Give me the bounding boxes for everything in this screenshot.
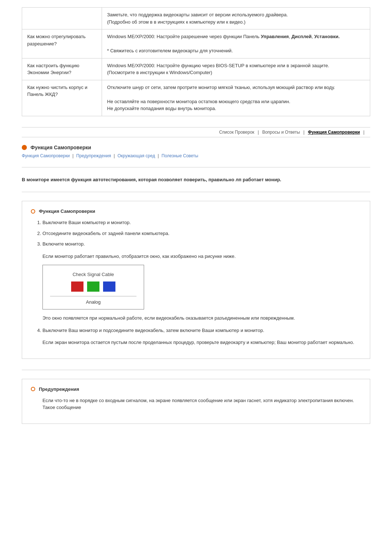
sub-nav-selftest[interactable]: Функция Самопроверки [22, 153, 70, 158]
step-3: Включите монитор. [42, 240, 361, 248]
sub-nav-sep: | [158, 153, 159, 158]
table-row: Как настроить функцию Экономии Энергии? … [22, 58, 370, 80]
warnings-text: Если что-то не в порядке со входным сигн… [42, 397, 361, 411]
warnings-circle-icon [31, 387, 35, 391]
table-cell-question: Как можно отрегулировать разрешение? [22, 29, 102, 58]
section-divider [22, 167, 370, 167]
table-cell-answer: Отключите шнур от сети, затем протрите м… [102, 80, 370, 116]
sub-nav-tips[interactable]: Полезные Советы [162, 153, 198, 158]
sub-nav-sep: | [73, 153, 74, 158]
sub-nav-sep: | [114, 153, 115, 158]
warnings-title-container: Предупреждения [31, 386, 361, 392]
analog-label: Analog [50, 296, 136, 305]
section-divider-2 [22, 192, 370, 192]
step-2: Отсоедините видеокабель от задней панели… [42, 230, 361, 237]
step-1: Выключите Ваши компьютер и монитор. [42, 219, 361, 226]
table-cell-question: Как нужно чистить корпус и Панель ЖКД? [22, 80, 102, 116]
step-4: Выключите Ваш монитор и подсоедините вид… [42, 327, 361, 334]
nav-separator: | [363, 130, 364, 135]
steps-list: Выключите Ваши компьютер и монитор. Отсо… [42, 219, 361, 248]
signal-cable-title: Check Signal Cable [50, 272, 136, 277]
bold-description: В мониторе имеется функция автотестирова… [22, 176, 370, 183]
after-image-text: Это окно появляется при нормальной работ… [42, 315, 361, 322]
top-nav-bar: Список Проверок | Вопросы и Ответы | Фун… [22, 127, 370, 137]
faq-table: Заметьте, что поддержка видеокарты завис… [22, 7, 370, 116]
table-cell-question [22, 8, 102, 29]
content-box-title: Функция Самопроверки [31, 208, 361, 214]
table-cell-answer: Windows ME/XP/2000: Настройте функцию че… [102, 58, 370, 80]
sub-nav-warnings[interactable]: Предупреждения [76, 153, 111, 158]
steps-list-2: Выключите Ваш монитор и подсоедините вид… [42, 327, 361, 334]
warnings-box: Предупреждения Если что-то не в порядке … [22, 379, 370, 424]
color-blocks [50, 281, 136, 292]
color-block-blue [103, 281, 115, 292]
section-title: Функция Самопроверки [30, 145, 91, 150]
nav-item-selftest[interactable]: Функция Самопроверки [308, 130, 360, 135]
orange-dot-icon [22, 145, 27, 150]
table-cell-answer: Заметьте, что поддержка видеокарты завис… [102, 8, 370, 29]
color-block-red [71, 281, 83, 292]
after-step4-text: Если экран монитора остается пустым посл… [42, 339, 361, 346]
content-box-title-text: Функция Самопроверки [39, 208, 95, 214]
table-row: Заметьте, что поддержка видеокарты завис… [22, 8, 370, 29]
warnings-title-text: Предупреждения [39, 386, 79, 392]
sub-nav-environment[interactable]: Окружающая сред [118, 153, 155, 158]
orange-circle-icon [31, 209, 35, 214]
nav-separator: | [258, 130, 259, 135]
sub-nav: Функция Самопроверки | Предупреждения | … [22, 153, 370, 158]
after-step3-text: Если монитор работает правильно, отобраз… [42, 253, 361, 260]
section-divider-3 [22, 370, 370, 370]
color-block-green [87, 281, 99, 292]
selftest-content-box: Функция Самопроверки Выключите Ваши комп… [22, 201, 370, 359]
signal-cable-box: Check Signal Cable Analog [42, 265, 144, 309]
nav-item-checklist[interactable]: Список Проверок [219, 130, 254, 135]
table-row: Как можно отрегулировать разрешение? Win… [22, 29, 370, 58]
table-cell-question: Как настроить функцию Экономии Энергии? [22, 58, 102, 80]
table-cell-answer: Windows ME/XP/2000: Настройте разрешение… [102, 29, 370, 58]
table-row: Как нужно чистить корпус и Панель ЖКД? О… [22, 80, 370, 116]
nav-separator: | [303, 130, 305, 135]
section-header: Функция Самопроверки [22, 145, 370, 150]
nav-item-faq[interactable]: Вопросы и Ответы [262, 130, 300, 135]
